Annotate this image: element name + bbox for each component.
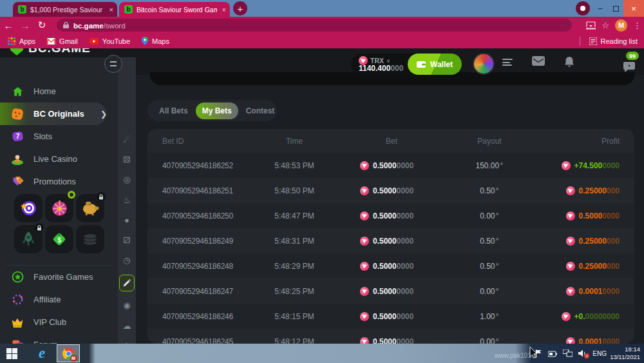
game-strip-sword-icon[interactable] <box>119 275 135 291</box>
forum-bubbles-icon <box>10 338 24 344</box>
sidebar-item-promotions[interactable]: Promotions <box>0 170 118 193</box>
address-bar[interactable]: bc.game/sword <box>57 19 572 32</box>
bet-id-cell: 40709052946186248 <box>162 253 233 279</box>
table-row[interactable]: 40709052946186248 5:48:29 PM 0.50000000 … <box>147 253 634 279</box>
table-row[interactable]: 40709052946186245 5:48:12 PM 0.50000000 … <box>147 329 634 344</box>
trx-coin-icon <box>360 312 369 321</box>
table-row[interactable]: 40709052946186250 5:48:47 PM 0.50000000 … <box>147 203 634 228</box>
bookmark-gmail[interactable]: Gmail <box>47 37 78 45</box>
back-button[interactable]: ← <box>0 20 17 31</box>
sidebar-item-home[interactable]: Home <box>0 80 118 103</box>
chrome-menu-icon[interactable]: ⋮ <box>633 21 641 30</box>
reload-button[interactable]: ↻ <box>33 19 50 31</box>
sidebar-item-vip-club[interactable]: VIP Club <box>0 311 118 333</box>
sidebar-item-live-casino[interactable]: Live Casino <box>0 148 118 170</box>
bet-cell: 0.50000000 <box>360 304 413 329</box>
trx-coin-icon <box>360 262 369 271</box>
mouse-cursor <box>529 346 538 359</box>
game-strip-cloud-icon[interactable]: ☁ <box>118 318 136 333</box>
new-tab-button[interactable]: + <box>233 1 247 15</box>
game-strip-dice-cube-icon[interactable]: ⚂ <box>118 232 136 248</box>
profit-cell: +0.00000000 <box>562 304 620 329</box>
window-close-button[interactable]: × <box>623 0 644 17</box>
profit-cell: +74.5000000 <box>562 153 620 178</box>
bet-tab-my-bets[interactable]: My Bets <box>196 103 238 119</box>
internet-explorer-icon[interactable]: e <box>33 345 50 362</box>
game-tile-dollar-tag[interactable]: $ <box>45 225 73 253</box>
chrome-taskbar-button[interactable]: M <box>57 344 80 362</box>
screen: b $1,000 Prestige Saviour Sword C ×b Bit… <box>0 0 644 363</box>
balance-box[interactable]: TRX ∨ 1140.400000 Wallet <box>351 54 462 75</box>
send-to-device-icon[interactable] <box>586 21 596 30</box>
sidebar-toggle-button[interactable] <box>104 55 122 73</box>
column-bet-id: Bet ID <box>162 137 184 146</box>
game-strip-disc-icon[interactable]: ◉ <box>118 297 136 313</box>
language-indicator[interactable]: ENG <box>592 350 607 357</box>
bet-id-cell: 40709052946186251 <box>162 178 233 203</box>
clock-time: 18:14 <box>610 346 640 353</box>
network-icon[interactable] <box>563 349 573 357</box>
windows-taskbar: e M ENG 18:14 13/11/2021 <box>0 344 644 363</box>
taskbar-clock[interactable]: 18:14 13/11/2021 <box>610 346 640 361</box>
start-button[interactable] <box>6 348 17 359</box>
game-tile-spiral-target[interactable] <box>14 194 43 222</box>
window-minimize-button[interactable]: – <box>592 0 608 17</box>
bc-game-logo[interactable]: BC.GAME <box>10 48 91 55</box>
bet-tab-contest[interactable]: Contest <box>240 103 281 119</box>
reading-list-button[interactable]: Reading list <box>580 37 638 46</box>
profile-menu-icon[interactable] <box>502 59 513 66</box>
browser-tab-1[interactable]: b $1,000 Prestige Saviour Sword C × <box>13 2 117 17</box>
browser-profile-avatar[interactable]: M <box>615 19 627 32</box>
game-strip-comet-icon[interactable]: ☄ <box>118 132 136 147</box>
reading-list-label: Reading list <box>601 37 638 45</box>
spiral-target-icon <box>19 199 37 217</box>
battery-icon[interactable] <box>548 350 557 357</box>
sidebar-item-slots[interactable]: 7 Slots <box>0 125 118 148</box>
game-strip-classic-dice-icon[interactable]: ⚄ <box>118 152 136 167</box>
game-strip-rocket-small-icon[interactable]: ✈ <box>118 338 136 344</box>
bet-cell: 0.50000000 <box>360 279 413 304</box>
payout-cell: 0.00× <box>447 329 532 344</box>
game-strip-wrecking-ball-icon[interactable]: ● <box>118 212 136 228</box>
game-tile-piggy-bank[interactable] <box>76 194 104 222</box>
bookmark-maps[interactable]: Maps <box>142 37 169 45</box>
game-strip-timer-icon[interactable]: ◷ <box>118 252 136 268</box>
table-row[interactable]: 40709052946186246 5:48:15 PM 0.50000000 … <box>147 304 634 329</box>
affiliate-ring-icon <box>10 293 24 307</box>
game-strip-splash-icon[interactable]: ♨ <box>118 192 136 208</box>
user-avatar[interactable] <box>473 53 495 75</box>
chat-icon[interactable] <box>623 62 635 72</box>
sidebar-item-bc-originals[interactable]: BC Originals ❯ <box>0 103 106 125</box>
bell-icon[interactable] <box>564 56 574 68</box>
table-row[interactable]: 40709052946186252 5:48:53 PM 0.50000000 … <box>147 153 634 178</box>
table-row[interactable]: 40709052946186249 5:48:31 PM 0.50000000 … <box>147 228 634 253</box>
sidebar-item-label: Favorite Games <box>33 272 93 282</box>
sidebar-item-affiliate[interactable]: Affiliate <box>0 288 118 311</box>
tab-close-icon[interactable]: × <box>222 6 226 14</box>
game-tile-rocket[interactable] <box>14 225 43 253</box>
record-indicator-icon[interactable] <box>576 1 590 15</box>
browser-tab-2[interactable]: b Bitcoin Saviour Sword Game - Pl × <box>119 2 230 17</box>
game-tile-lucky-wheel[interactable] <box>45 194 73 222</box>
game-tile-coin-stack[interactable] <box>76 225 104 253</box>
table-row[interactable]: 40709052946186247 5:48:25 PM 0.50000000 … <box>147 279 634 304</box>
game-strip-coin-pile-icon[interactable]: ◎ <box>118 172 136 187</box>
trx-coin-icon <box>360 287 369 296</box>
bet-cell: 0.50000000 <box>360 253 413 279</box>
sidebar-item-favorite-games[interactable]: Favorite Games <box>0 266 118 288</box>
sidebar: Home BC Originals ❯7 Slots Live Casino P… <box>0 57 118 344</box>
wallet-button[interactable]: Wallet <box>408 54 462 75</box>
system-tray: ENG <box>535 344 607 363</box>
window-restore-button[interactable] <box>608 0 623 17</box>
bookmark-apps[interactable]: Apps <box>8 37 35 45</box>
bet-tab-all-bets[interactable]: All Bets <box>153 103 194 119</box>
forward-button[interactable]: → <box>17 20 33 31</box>
bookmark-star-icon[interactable]: ☆ <box>601 21 609 30</box>
bet-cell: 0.50000000 <box>360 329 413 344</box>
sidebar-item-forum[interactable]: Forum <box>0 333 118 344</box>
bookmark-youtube[interactable]: YouTube <box>90 37 130 45</box>
table-row[interactable]: 40709052946186251 5:48:50 PM 0.50000000 … <box>147 178 634 203</box>
volume-muted-icon[interactable] <box>578 349 587 357</box>
tab-close-icon[interactable]: × <box>109 6 113 14</box>
mail-icon[interactable] <box>532 56 545 66</box>
